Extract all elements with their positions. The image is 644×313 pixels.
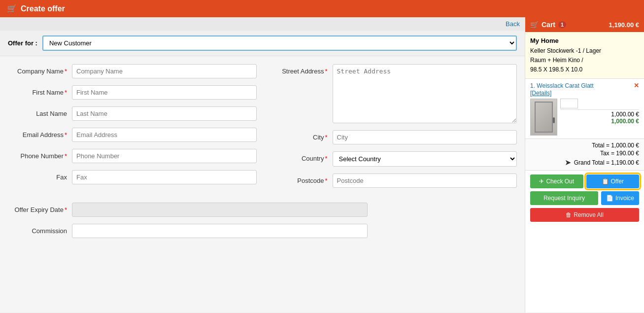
city-input[interactable] xyxy=(333,130,517,144)
action-btn-row: ✈ Check Out 📋 Offer xyxy=(530,174,639,188)
tax-label: Tax = 190.00 € xyxy=(600,150,639,157)
main-layout: Back Offer for : New Customer Existing C… xyxy=(0,17,644,313)
email-label: Email Address* xyxy=(8,128,72,139)
cart-qty-row: 1 xyxy=(560,99,639,108)
postcode-row: Postcode* xyxy=(269,174,517,188)
grand-total-row: ➤ Grand Total = 1,190.00 € xyxy=(530,158,639,167)
country-row: Country* Select Country xyxy=(269,151,517,167)
cart-info: My Home Keller Stockwerk -1 / Lager Raum… xyxy=(525,32,644,79)
form-right-col: Street Address* City* Country* Select xyxy=(269,64,517,195)
commission-row: Commission xyxy=(8,224,517,238)
form-left-col: Company Name* First Name* Last Name xyxy=(8,64,257,195)
back-bar: Back xyxy=(0,17,525,31)
commission-label: Commission xyxy=(8,227,72,235)
cart-remove-icon[interactable]: ✕ xyxy=(634,82,639,89)
cart-item-image xyxy=(530,99,557,136)
phone-label: Phone Number* xyxy=(8,149,72,160)
phone-input[interactable] xyxy=(72,149,257,163)
cart-item-row: 1 1,000.00 € 1,000.00 € xyxy=(530,99,639,136)
left-panel: Back Offer for : New Customer Existing C… xyxy=(0,17,525,313)
cart-header: 🛒 Cart 1 1,190.00 € xyxy=(525,17,644,32)
offer-button[interactable]: 📋 Offer xyxy=(586,174,640,188)
cart-actions: ✈ Check Out 📋 Offer Request Inquiry 📄 In… xyxy=(525,171,644,226)
expiry-input[interactable]: 2014-08-25 xyxy=(72,203,368,217)
offer-for-label: Offer for : xyxy=(8,39,37,47)
fax-row: Fax xyxy=(8,170,257,184)
postcode-label: Postcode* xyxy=(269,174,333,184)
cart-item-name[interactable]: 1. Weisslack Carat Glatt xyxy=(530,82,593,89)
cart-info-line3: 98.5 X 198.5 X 10.0 xyxy=(530,65,639,74)
company-name-label: Company Name* xyxy=(8,64,72,75)
cart-qty-input[interactable]: 1 xyxy=(560,99,578,108)
company-name-row: Company Name* xyxy=(8,64,257,78)
city-row: City* xyxy=(269,130,517,144)
country-select[interactable]: Select Country xyxy=(333,151,517,167)
street-label: Street Address* xyxy=(269,64,333,75)
expiry-label: Offer Expiry Date* xyxy=(8,206,72,213)
first-name-label: First Name* xyxy=(8,85,72,96)
checkout-icon: ✈ xyxy=(539,178,544,185)
cart-totals: Total = 1,000.00 € Tax = 190.00 € ➤ Gran… xyxy=(525,139,644,171)
last-name-input[interactable] xyxy=(72,106,257,121)
street-row: Street Address* xyxy=(269,64,517,123)
commission-input[interactable] xyxy=(72,224,368,238)
first-name-row: First Name* xyxy=(8,85,257,100)
email-input[interactable] xyxy=(72,128,257,142)
company-name-input[interactable] xyxy=(72,64,257,78)
street-input[interactable] xyxy=(333,64,517,123)
page-title: Create offer xyxy=(21,4,65,13)
inquiry-button[interactable]: Request Inquiry xyxy=(530,191,598,205)
tax-row: Tax = 190.00 € xyxy=(530,150,639,157)
checkout-button[interactable]: ✈ Check Out xyxy=(530,174,583,188)
back-link[interactable]: Back xyxy=(506,20,520,28)
grand-total-label: Grand Total = 1,190.00 € xyxy=(574,159,639,166)
cart-item-section: 1. Weisslack Carat Glatt ✕ [Details] 1 1… xyxy=(525,79,644,139)
cart-header-label: Cart xyxy=(542,21,555,29)
cart-icon: 🛒 xyxy=(7,4,17,13)
cart-item-right: 1 1,000.00 € 1,000.00 € xyxy=(560,99,639,125)
offer-for-select[interactable]: New Customer Existing Customer xyxy=(42,35,517,51)
cart-item-details-link[interactable]: [Details] xyxy=(530,90,551,97)
email-row: Email Address* xyxy=(8,128,257,142)
right-panel: 🛒 Cart 1 1,190.00 € My Home Keller Stock… xyxy=(525,17,644,313)
remove-all-button[interactable]: 🗑 Remove All xyxy=(530,208,639,222)
expiry-section: Offer Expiry Date* 2014-08-25 Commission xyxy=(0,203,525,253)
city-label: City* xyxy=(269,130,333,141)
cart-header-total: 1,190.00 € xyxy=(609,21,639,29)
invoice-button[interactable]: 📄 Invoice xyxy=(601,191,639,205)
fax-input[interactable] xyxy=(72,170,257,184)
cart-info-title: My Home xyxy=(530,36,639,46)
total-row: Total = 1,000.00 € xyxy=(530,142,639,149)
phone-row: Phone Number* xyxy=(8,149,257,163)
last-name-label: Last Name xyxy=(8,106,72,117)
cart-header-icon: 🛒 xyxy=(530,21,539,29)
secondary-btn-row: Request Inquiry 📄 Invoice xyxy=(530,191,639,205)
arrow-icon: ➤ xyxy=(565,158,571,167)
cart-item-total: 1,000.00 € xyxy=(560,118,639,125)
country-label: Country* xyxy=(269,151,333,162)
page-header: 🛒 Create offer xyxy=(0,0,644,17)
first-name-input[interactable] xyxy=(72,85,257,100)
cart-info-line2: Raum + Heim Kino / xyxy=(530,56,639,65)
cart-info-line1: Keller Stockwerk -1 / Lager xyxy=(530,46,639,56)
expiry-row: Offer Expiry Date* 2014-08-25 xyxy=(8,203,517,217)
last-name-row: Last Name xyxy=(8,106,257,121)
offer-for-row: Offer for : New Customer Existing Custom… xyxy=(0,31,525,56)
total-label: Total = 1,000.00 € xyxy=(592,142,639,149)
invoice-icon: 📄 xyxy=(606,195,613,202)
postcode-input[interactable] xyxy=(333,174,517,188)
cart-item-price: 1,000.00 € xyxy=(560,109,639,118)
form-area: Company Name* First Name* Last Name xyxy=(0,56,525,203)
fax-label: Fax xyxy=(8,170,72,181)
cart-badge: 1 xyxy=(558,21,566,28)
offer-icon: 📋 xyxy=(602,178,609,185)
trash-icon: 🗑 xyxy=(566,211,572,218)
